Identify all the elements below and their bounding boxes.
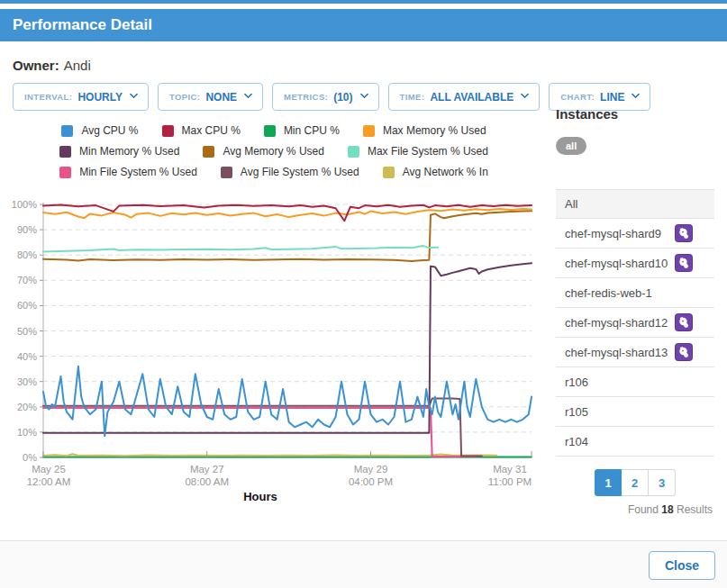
page-button-3[interactable]: 3 bbox=[649, 469, 676, 496]
chevron-down-icon bbox=[632, 90, 641, 99]
filter-label: METRICS: bbox=[284, 92, 328, 102]
owner-line: Owner:Andi bbox=[13, 58, 91, 73]
datadog-icon[interactable] bbox=[675, 343, 693, 361]
y-tick-label: 0% bbox=[23, 452, 37, 463]
legend-label: Avg Network % In bbox=[403, 166, 488, 178]
filter-dropdown-interval[interactable]: INTERVAL:HOURLY bbox=[13, 83, 149, 111]
y-tick-label: 30% bbox=[17, 376, 37, 387]
all-filter-pill[interactable]: all bbox=[556, 137, 586, 155]
instance-name: chef-mysql-shard9 bbox=[565, 227, 675, 240]
instance-name: r106 bbox=[565, 375, 705, 389]
series-line bbox=[43, 209, 532, 218]
y-tick-label: 50% bbox=[17, 326, 37, 337]
chevron-down-icon bbox=[244, 90, 253, 99]
instance-row[interactable]: r105 bbox=[556, 397, 714, 427]
legend-item: Min File System % Used bbox=[59, 166, 197, 178]
legend-swatch bbox=[264, 125, 276, 137]
results-count: Found 18 Results bbox=[628, 503, 713, 516]
page-title: Performance Detail bbox=[13, 16, 152, 34]
filter-value: HOURLY bbox=[77, 91, 123, 104]
y-tick-label: 80% bbox=[17, 249, 37, 260]
instance-name: All bbox=[565, 197, 705, 211]
legend-swatch bbox=[61, 125, 73, 137]
filter-label: CHART: bbox=[560, 92, 595, 102]
filter-dropdown-metrics[interactable]: METRICS:(10) bbox=[272, 83, 378, 111]
results-count-number: 18 bbox=[661, 503, 673, 516]
x-tick-label: 04:00 PM bbox=[349, 476, 393, 487]
legend-item: Avg File System % Used bbox=[221, 166, 359, 178]
series-line bbox=[43, 211, 532, 261]
legend-swatch bbox=[348, 146, 359, 158]
filter-label: TIME: bbox=[400, 92, 425, 102]
instance-row[interactable]: chef-mysql-shard10 bbox=[556, 249, 714, 278]
legend-label: Avg Memory % Used bbox=[223, 145, 323, 158]
filter-label: TOPIC: bbox=[169, 92, 200, 102]
legend-row: Min Memory % UsedAvg Memory % UsedMax Fi… bbox=[7, 145, 541, 158]
legend-item: Max CPU % bbox=[162, 124, 241, 137]
performance-detail-modal: Performance Detail Owner:Andi INTERVAL:H… bbox=[0, 0, 727, 588]
instance-row[interactable]: chef-mysql-shard12 bbox=[556, 308, 714, 338]
x-tick-label: 08:00 AM bbox=[185, 476, 229, 487]
instance-row[interactable]: r106 bbox=[556, 367, 714, 397]
legend-swatch bbox=[162, 125, 174, 137]
page-button-1[interactable]: 1 bbox=[595, 469, 622, 496]
x-axis-title: Hours bbox=[243, 490, 277, 503]
legend-item: Avg Network % In bbox=[383, 166, 488, 178]
page-button-2[interactable]: 2 bbox=[622, 469, 649, 496]
instance-row[interactable]: chef-mysql-shard13 bbox=[556, 338, 714, 367]
legend-swatch bbox=[203, 146, 214, 158]
results-count-prefix: Found bbox=[628, 503, 659, 516]
instance-row[interactable]: All bbox=[556, 189, 714, 219]
legend-label: Min File System % Used bbox=[79, 166, 197, 178]
x-tick-label: May 29 bbox=[354, 464, 388, 475]
datadog-icon[interactable] bbox=[675, 313, 693, 331]
instance-row[interactable]: chef-redis-web-1 bbox=[556, 278, 714, 308]
legend-item: Min CPU % bbox=[264, 124, 340, 137]
instances-heading: Instances bbox=[556, 106, 714, 122]
legend-swatch bbox=[383, 167, 395, 178]
instance-row[interactable]: r104 bbox=[556, 427, 714, 457]
legend-label: Max CPU % bbox=[182, 124, 241, 137]
legend-label: Min Memory % Used bbox=[79, 145, 179, 158]
series-line bbox=[43, 246, 438, 251]
legend-label: Avg File System % Used bbox=[241, 166, 359, 178]
instance-list: Allchef-mysql-shard9chef-mysql-shard10ch… bbox=[556, 189, 714, 457]
y-tick-label: 20% bbox=[17, 402, 37, 412]
filter-value: NONE bbox=[205, 91, 237, 104]
instances-panel: Instances all Allchef-mysql-shard9chef-m… bbox=[556, 106, 714, 529]
y-tick-label: 60% bbox=[17, 300, 37, 311]
filter-value: (10) bbox=[333, 91, 352, 104]
legend-item: Max File System % Used bbox=[348, 145, 488, 158]
y-tick-label: 40% bbox=[17, 351, 37, 362]
owner-value: Andi bbox=[64, 58, 91, 73]
instance-name: r105 bbox=[565, 405, 705, 419]
x-tick-label: 11:00 PM bbox=[488, 476, 532, 487]
instance-row[interactable]: chef-mysql-shard9 bbox=[556, 219, 714, 249]
legend-swatch bbox=[363, 125, 375, 137]
legend-label: Min CPU % bbox=[284, 124, 340, 137]
datadog-icon[interactable] bbox=[675, 254, 693, 272]
instance-name: chef-mysql-shard13 bbox=[565, 346, 675, 359]
legend-label: Max Memory % Used bbox=[383, 124, 486, 137]
legend-label: Avg CPU % bbox=[81, 124, 138, 137]
close-button[interactable]: Close bbox=[649, 551, 715, 580]
x-tick-label: May 25 bbox=[32, 464, 66, 475]
filter-dropdown-topic[interactable]: TOPIC:NONE bbox=[158, 83, 263, 111]
legend-item: Avg CPU % bbox=[61, 124, 138, 137]
performance-chart: 0%10%20%30%40%50%60%70%80%90%100%May 251… bbox=[7, 191, 541, 504]
datadog-icon[interactable] bbox=[675, 224, 693, 242]
filter-dropdown-time[interactable]: TIME:ALL AVAILABLE bbox=[388, 83, 541, 111]
chevron-down-icon bbox=[359, 90, 368, 99]
modal-header: Performance Detail bbox=[0, 9, 727, 41]
owner-label: Owner: bbox=[13, 58, 59, 73]
legend-item: Avg Memory % Used bbox=[203, 145, 323, 158]
legend-item: Max Memory % Used bbox=[363, 124, 486, 137]
legend-row: Avg CPU %Max CPU %Min CPU %Max Memory % … bbox=[7, 124, 541, 137]
legend-swatch bbox=[59, 167, 71, 178]
top-strip bbox=[0, 0, 727, 4]
pagination: 123 bbox=[556, 469, 714, 496]
filter-value: LINE bbox=[600, 91, 624, 104]
filter-label: INTERVAL: bbox=[24, 92, 72, 102]
y-tick-label: 90% bbox=[17, 224, 37, 235]
x-tick-label: 12:00 AM bbox=[27, 476, 71, 487]
